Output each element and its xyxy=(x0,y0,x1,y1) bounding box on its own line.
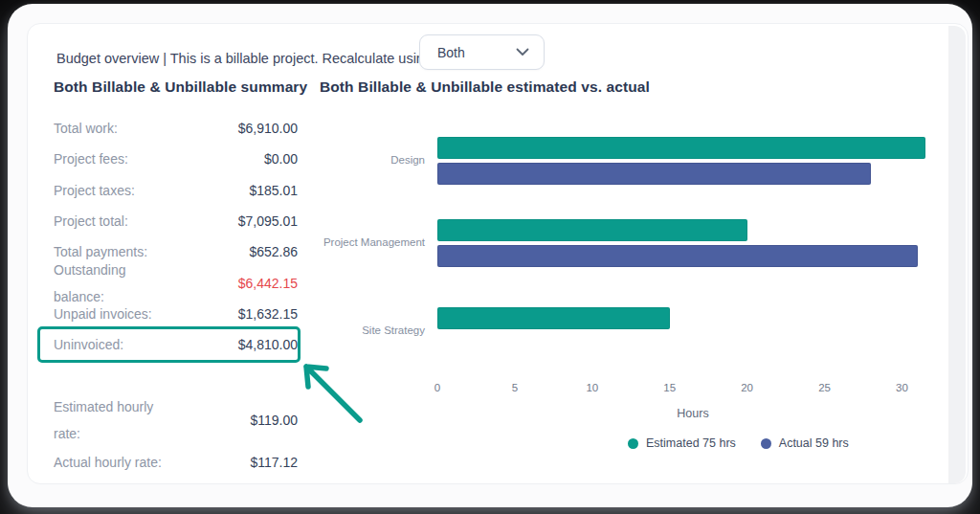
tick-label: 10 xyxy=(586,382,598,393)
bar-estimated xyxy=(437,137,925,159)
budget-overview-header: Budget overview | This is a billable pro… xyxy=(56,51,435,66)
row-value: $7,095.01 xyxy=(238,213,298,229)
bar-actual xyxy=(437,163,871,185)
legend-item: Actual 59 hrs xyxy=(761,436,849,450)
row-label: Total work: xyxy=(54,115,118,142)
row-label: Unpaid invoices: xyxy=(54,301,152,327)
tick-label: 30 xyxy=(896,382,908,393)
row-value: $4,810.00 xyxy=(238,337,298,352)
row-value: $0.00 xyxy=(264,151,298,167)
row-value: $6,910.00 xyxy=(238,121,298,136)
summary-row: Project total:$7,095.01 xyxy=(54,206,298,236)
tick-label: 20 xyxy=(741,382,753,393)
row-value: $117.12 xyxy=(250,455,298,470)
chevron-down-icon xyxy=(516,48,529,56)
summary-row: Uninvoiced:$4,810.00 xyxy=(54,329,298,360)
vertical-scrollbar-track[interactable] xyxy=(948,26,966,483)
bar-estimated xyxy=(437,307,670,329)
row-value: $185.01 xyxy=(249,183,298,198)
tick-label: 0 xyxy=(434,382,440,393)
summary-row: Project fees:$0.00 xyxy=(54,144,298,174)
row-label: Project total: xyxy=(54,208,128,235)
summary-row: Actual hourly rate:$117.12 xyxy=(54,447,298,478)
summary-title: Both Billable & Unbillable summary xyxy=(54,78,307,96)
chart-title: Both Billable & Unbillable estimated vs.… xyxy=(320,78,650,96)
recalculate-dropdown-value: Both xyxy=(437,45,465,60)
hourly-rate-rows: Estimated hourly rate:$119.00Actual hour… xyxy=(54,393,298,478)
summary-rows: Total work:$6,910.00Project fees:$0.00Pr… xyxy=(54,113,298,360)
budget-overview-card: Budget overview | This is a billable pro… xyxy=(8,4,972,507)
legend-dot-icon xyxy=(761,438,771,449)
row-label: Actual hourly rate: xyxy=(54,449,162,476)
legend-label: Actual 59 hrs xyxy=(779,436,849,450)
tick-label: 15 xyxy=(663,382,676,393)
row-label: Uninvoiced: xyxy=(54,331,123,358)
bar-actual xyxy=(437,245,918,267)
bar-estimated xyxy=(437,219,747,241)
row-value: $1,632.15 xyxy=(238,306,298,322)
tick-label: 5 xyxy=(512,382,518,393)
recalculate-dropdown[interactable]: Both xyxy=(419,34,545,70)
summary-row: Unpaid invoices:$1,632.15 xyxy=(54,299,298,329)
row-value: $652.86 xyxy=(249,244,298,259)
row-value: $119.00 xyxy=(250,413,298,428)
row-label: Project taxes: xyxy=(54,177,135,204)
summary-row: Total work:$6,910.00 xyxy=(54,113,298,144)
summary-row: Project taxes:$185.01 xyxy=(54,175,298,206)
tick-label: 25 xyxy=(818,382,831,393)
legend-dot-icon xyxy=(628,438,638,449)
legend-label: Estimated 75 hrs xyxy=(646,436,736,450)
summary-row: Estimated hourly rate:$119.00 xyxy=(54,393,298,447)
chart-legend: Estimated 75 hrsActual 59 hrs xyxy=(628,436,849,450)
row-label: Project fees: xyxy=(54,145,128,172)
summary-row: Outstanding balance:$6,442.15 xyxy=(54,267,298,298)
row-value: $6,442.15 xyxy=(238,276,298,291)
x-axis-title: Hours xyxy=(677,407,708,420)
annotation-arrow-icon xyxy=(292,353,370,432)
row-label: Estimated hourly rate: xyxy=(54,393,180,447)
x-axis-ticks: 051015202530 xyxy=(437,382,948,397)
budget-panel: Budget overview | This is a billable pro… xyxy=(27,23,969,484)
legend-item: Estimated 75 hrs xyxy=(628,436,736,450)
